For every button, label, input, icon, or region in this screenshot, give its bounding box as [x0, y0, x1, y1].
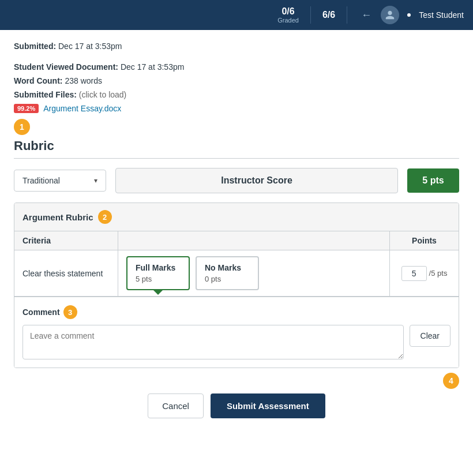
comment-label-row: Comment 3 — [22, 305, 451, 319]
points-cell: /5 pts — [389, 250, 459, 296]
points-max-label: /5 pts — [429, 269, 448, 278]
rubric-data-row: Clear thesis statement Full Marks 5 pts … — [14, 250, 459, 297]
rating-full-marks[interactable]: Full Marks 5 pts — [126, 256, 190, 290]
header: 0/6 Graded 6/6 ← Test Student — [0, 0, 473, 30]
rubric-divider — [14, 158, 459, 159]
comment-row: Clear — [22, 325, 451, 359]
graded-fraction: 0/6 — [281, 6, 294, 17]
footer-actions: Cancel Submit Assessment — [14, 393, 459, 430]
rubric-table: Argument Rubric 2 Criteria Points Clear … — [14, 203, 459, 368]
rating-no-marks-name: No Marks — [205, 263, 241, 272]
rubric-title: Rubric — [14, 138, 459, 153]
nav-fraction-container: 6/6 — [322, 10, 335, 20]
ratings-cell: Full Marks 5 pts No Marks 0 pts — [118, 250, 389, 296]
submit-assessment-button[interactable]: Submit Assessment — [211, 393, 325, 418]
student-viewed-meta: Student Viewed Document: Dec 17 at 3:53p… — [14, 62, 459, 72]
col-criteria-header: Criteria — [14, 231, 118, 250]
header-divider2 — [347, 6, 347, 24]
criteria-text: Clear thesis statement — [22, 269, 103, 278]
step4-badge: 4 — [443, 373, 459, 389]
clear-button[interactable]: Clear — [410, 325, 451, 347]
chevron-down-icon: ▾ — [94, 177, 97, 185]
step2-badge: 2 — [98, 210, 112, 224]
word-count-meta: Word Count: 238 words — [14, 76, 459, 85]
graded-info: 0/6 Graded — [277, 6, 299, 24]
graded-label: Graded — [277, 17, 299, 24]
criteria-cell: Clear thesis statement — [14, 250, 118, 296]
selected-indicator — [152, 289, 164, 295]
submitted-label: Submitted: — [14, 42, 56, 51]
back-arrow-button[interactable]: ← — [359, 7, 374, 24]
avatar — [381, 6, 399, 24]
word-count-label: Word Count: — [14, 76, 63, 85]
instructor-score-label: Instructor Score — [221, 175, 292, 185]
rubric-controls: Traditional ▾ Instructor Score 5 pts — [14, 168, 459, 193]
main-content: Submitted: Dec 17 at 3:53pm Student View… — [0, 30, 473, 441]
rubric-name-row: Argument Rubric 2 — [14, 203, 459, 231]
comment-section: Comment 3 Clear — [14, 297, 459, 368]
rating-no-marks-pts: 0 pts — [205, 275, 221, 283]
score-pts-button[interactable]: 5 pts — [407, 168, 459, 193]
submitted-files-section: Submitted Files: (click to load) — [14, 90, 459, 99]
student-name: Test Student — [419, 10, 464, 20]
file-link[interactable]: Argument Essay.docx — [43, 104, 121, 113]
step3-badge: 3 — [63, 305, 77, 319]
rubric-table-name: Argument Rubric — [22, 212, 93, 222]
word-count-value: 238 words — [65, 76, 102, 85]
submitted-info: Submitted: Dec 17 at 3:53pm — [14, 42, 459, 51]
rubric-type-dropdown[interactable]: Traditional ▾ — [14, 170, 106, 192]
online-indicator — [406, 12, 412, 18]
instructor-score-box: Instructor Score — [115, 168, 398, 193]
col-ratings-header — [118, 236, 389, 245]
comment-label: Comment — [22, 308, 60, 317]
similarity-badge: 99.2% — [14, 104, 39, 113]
submitted-value: Dec 17 at 3:53pm — [58, 42, 122, 51]
step1-badge: 1 — [14, 119, 30, 135]
col-points-header: Points — [389, 231, 459, 250]
rating-full-marks-pts: 5 pts — [136, 275, 152, 283]
rubric-col-headers: Criteria Points — [14, 231, 459, 250]
click-to-load: (click to load) — [79, 90, 126, 99]
dropdown-label: Traditional — [22, 176, 60, 185]
rating-full-marks-name: Full Marks — [136, 263, 175, 272]
comment-textarea[interactable] — [22, 325, 404, 359]
student-viewed-value: Dec 17 at 3:53pm — [121, 62, 185, 72]
file-row: 99.2% Argument Essay.docx — [14, 104, 459, 113]
submitted-files-label: Submitted Files: — [14, 90, 77, 99]
cancel-button[interactable]: Cancel — [148, 393, 204, 418]
points-input[interactable] — [401, 266, 427, 281]
header-divider — [310, 6, 311, 24]
rating-no-marks[interactable]: No Marks 0 pts — [196, 256, 259, 290]
nav-fraction: 6/6 — [322, 10, 335, 20]
student-viewed-label: Student Viewed Document: — [14, 62, 118, 72]
